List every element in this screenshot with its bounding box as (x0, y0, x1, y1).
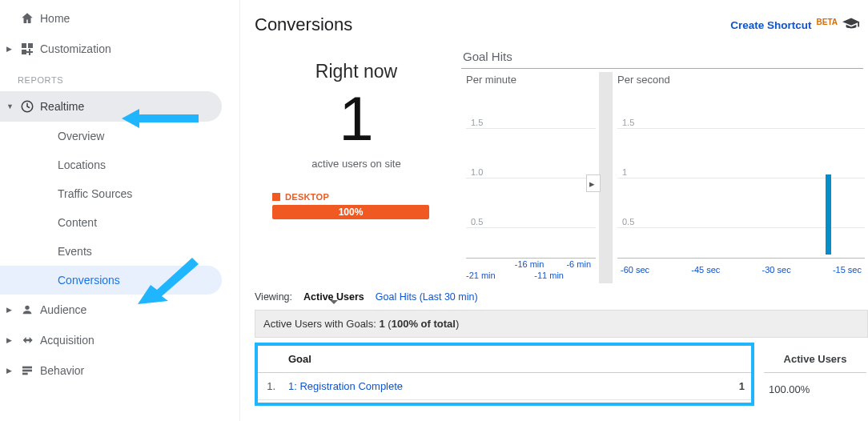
summary-prefix: Active Users with Goals: (263, 318, 376, 330)
svg-rect-5 (22, 367, 32, 369)
xtick: -60 sec (621, 265, 649, 275)
ytick: 0.5 (622, 217, 634, 227)
col-goal[interactable]: Goal (282, 346, 719, 373)
caret-icon: ▶ (6, 306, 14, 314)
sidebar-sub-label: Events (58, 245, 92, 258)
active-users-side-table: Active Users 100.00% (762, 343, 868, 406)
goals-table: Goal 1. 1: Registration Complete 1 (258, 346, 751, 400)
tab-goal-hits-30min[interactable]: Goal Hits (Last 30 min) (376, 291, 478, 303)
per-minute-chart: Per minute 1.5 1.0 0.5 -16 min -6 min -2… (461, 72, 599, 283)
ytick: 1 (622, 167, 627, 177)
sidebar-item-events[interactable]: Events (0, 237, 239, 266)
table-row[interactable]: 1. 1: Registration Complete 1 (258, 373, 751, 400)
sidebar-label: Audience (40, 303, 86, 316)
page-title: Conversions (255, 14, 352, 35)
section-title: Goal Hits (461, 48, 863, 69)
sidebar-sub-label: Overview (58, 130, 104, 142)
sidebar-item-behavior[interactable]: ▶ Behavior (0, 355, 239, 386)
chart-label-per-minute: Per minute (466, 74, 516, 86)
sidebar-label: Realtime (40, 100, 84, 113)
goal-hits-panel: Goal Hits Per minute 1.5 1.0 0.5 -16 min… (461, 48, 868, 285)
chart-label-per-second: Per second (617, 74, 670, 86)
row-count: 1 (719, 373, 751, 400)
summary-pct: 100% of total (392, 318, 456, 330)
sidebar: Home ▶ Customization REPORTS ▼ Realtime … (0, 0, 240, 421)
goals-table-highlight: Goal 1. 1: Registration Complete 1 (255, 343, 754, 406)
viewing-label: Viewing: (255, 291, 292, 303)
ytick: 1.5 (622, 118, 634, 127)
person-icon (19, 303, 35, 316)
sidebar-label: Home (40, 12, 70, 25)
sidebar-sub-label: Content (58, 216, 97, 229)
sidebar-item-customization[interactable]: ▶ Customization (0, 34, 239, 64)
reports-section-header: REPORTS (0, 64, 239, 91)
sidebar-sub-label: Conversions (58, 274, 120, 287)
sidebar-item-realtime[interactable]: ▼ Realtime (0, 91, 222, 122)
svg-rect-0 (22, 43, 26, 48)
beta-badge: BETA (817, 18, 838, 26)
summary-count: 1 (380, 318, 385, 330)
device-legend: DESKTOP (272, 192, 458, 202)
behavior-icon (19, 364, 35, 377)
tab-active-users[interactable]: Active Users (303, 291, 364, 303)
sidebar-sub-label: Traffic Sources (58, 187, 132, 200)
svg-point-4 (25, 306, 29, 310)
caret-icon: ▶ (6, 45, 14, 53)
sidebar-item-locations[interactable]: Locations (0, 150, 239, 179)
sidebar-item-overview[interactable]: Overview (0, 122, 239, 150)
xtick: -30 sec (762, 265, 791, 275)
sidebar-item-conversions[interactable]: Conversions (0, 266, 222, 295)
xtick: -11 min (534, 271, 564, 280)
active-users-count: 1 (255, 87, 458, 150)
right-now-panel: Right now 1 active users on site DESKTOP… (255, 48, 458, 285)
per-second-chart: Per second 1.5 1 0.5 -60 sec -45 sec -30… (613, 72, 868, 283)
xtick: -21 min (466, 271, 496, 280)
active-users-caption: active users on site (255, 158, 458, 170)
chart-expand-toggle[interactable]: ▸ (586, 174, 601, 192)
acquisition-icon (19, 334, 35, 347)
summary-bar: Active Users with Goals: 1 (100% of tota… (255, 310, 868, 338)
sidebar-item-content[interactable]: Content (0, 208, 239, 237)
col-active-users[interactable]: Active Users (764, 344, 866, 373)
ytick: 1.0 (471, 167, 483, 177)
clock-icon (19, 99, 35, 114)
graduation-cap-icon[interactable] (842, 18, 860, 32)
viewing-tabs: Viewing: Active Users Goal Hits (Last 30… (255, 291, 868, 303)
right-now-heading: Right now (255, 61, 458, 82)
caret-icon: ▶ (6, 367, 14, 375)
sidebar-label: Behavior (40, 364, 84, 377)
svg-rect-1 (28, 43, 33, 48)
ytick: 1.5 (471, 118, 483, 127)
sidebar-item-traffic-sources[interactable]: Traffic Sources (0, 179, 239, 208)
device-label: DESKTOP (285, 192, 329, 202)
xtick: -6 min (566, 259, 591, 269)
device-percent-bar: 100% (272, 205, 429, 219)
sidebar-label: Customization (40, 42, 111, 55)
goal-link[interactable]: 1: Registration Complete (288, 380, 403, 392)
home-icon (19, 11, 35, 26)
xtick: -45 sec (691, 265, 720, 275)
xtick: -15 sec (833, 265, 862, 275)
chart-divider (599, 72, 613, 283)
row-index: 1. (258, 373, 282, 400)
sidebar-label: Acquisition (40, 334, 94, 347)
legend-swatch (272, 193, 280, 201)
sidebar-item-audience[interactable]: ▶ Audience (0, 295, 239, 325)
ytick: 0.5 (471, 217, 483, 227)
xtick: -16 min (515, 259, 545, 269)
svg-rect-6 (22, 370, 32, 372)
create-shortcut-link[interactable]: Create Shortcut (730, 19, 811, 31)
sidebar-item-acquisition[interactable]: ▶ Acquisition (0, 325, 239, 355)
svg-rect-2 (22, 50, 26, 54)
sidebar-item-home[interactable]: Home (0, 3, 239, 34)
main-content: Conversions Create Shortcut BETA Right n… (240, 0, 868, 421)
chart-bar (826, 174, 831, 255)
caret-icon: ▶ (6, 336, 14, 344)
customization-icon (19, 42, 35, 55)
caret-down-icon: ▼ (6, 102, 14, 110)
sidebar-sub-label: Locations (58, 158, 106, 171)
svg-rect-7 (22, 373, 28, 375)
active-users-pct: 100.00% (764, 375, 866, 404)
